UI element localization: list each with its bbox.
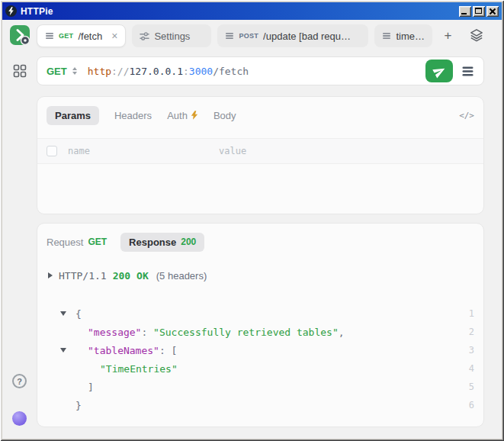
history-drawer-icon[interactable]: [456, 60, 479, 82]
json-string: "Successfully retrieved tables": [153, 327, 339, 338]
app-window: HTTPie ?: [0, 0, 504, 441]
url-host: 127.0.0.1: [130, 66, 183, 77]
json-line: { 1: [37, 304, 483, 323]
method-label: GET: [47, 66, 67, 77]
maximize-button[interactable]: [473, 6, 485, 17]
close-button[interactable]: [486, 6, 499, 17]
tab-close-icon[interactable]: ×: [111, 30, 117, 42]
tab-label: /fetch: [78, 31, 102, 42]
tab-settings[interactable]: Settings: [132, 24, 211, 47]
chevron-up-down-icon: [72, 67, 77, 75]
help-button[interactable]: ?: [12, 374, 27, 388]
url-path: /fetch: [213, 66, 249, 77]
url-port: 3000: [189, 66, 213, 77]
request-stack-icon: [382, 31, 391, 40]
fold-icon[interactable]: [60, 348, 66, 352]
param-value-input[interactable]: [219, 146, 474, 156]
url-colon: :: [183, 66, 189, 77]
tab-params-label: Params: [55, 110, 91, 121]
collapse-arrow-icon: [48, 272, 53, 278]
tab-method-label: POST: [239, 32, 258, 40]
tab-response-label: Response: [129, 237, 176, 248]
line-number: 4: [469, 363, 474, 374]
response-status-line[interactable]: HTTP/1.1 200 OK (5 headers): [37, 266, 483, 285]
param-name-input[interactable]: [68, 146, 219, 156]
tab-request-method: GET: [88, 237, 107, 247]
json-punct: ]: [88, 381, 94, 393]
tab-headers-label: Headers: [114, 110, 152, 121]
request-editor-panel: Params Headers Auth Body </>: [37, 96, 484, 214]
tab-label: time…: [396, 31, 425, 42]
line-number: 3: [469, 345, 474, 356]
line-number: 5: [469, 381, 474, 392]
tab-auth[interactable]: Auth: [167, 110, 198, 121]
json-line: ] 5: [37, 378, 483, 396]
tab-bar: GET /fetch × Settings: [37, 23, 484, 49]
app-content: ? GET /fetch ×: [2, 20, 502, 439]
response-panel-tabs: Request GET Response 200: [37, 224, 483, 254]
request-editor-tabs: Params Headers Auth Body </>: [37, 97, 483, 127]
row-checkbox[interactable]: [47, 146, 57, 156]
maximize-icon: [475, 8, 482, 14]
line-number: 2: [469, 327, 474, 337]
status-code: 200: [113, 270, 130, 282]
param-row: [37, 138, 483, 164]
user-avatar[interactable]: [12, 411, 27, 426]
url-input[interactable]: http://127.0.0.1:3000/fetch: [88, 66, 425, 77]
httpie-window-icon: [5, 5, 17, 17]
url-separator: ://: [111, 66, 129, 77]
window-controls: [459, 6, 499, 17]
request-stack-icon: [225, 31, 234, 40]
dashboard-grid-icon[interactable]: [13, 64, 27, 78]
line-number: 1: [469, 308, 474, 319]
json-key: "message": [88, 327, 141, 338]
paper-plane-icon: [431, 63, 448, 80]
left-rail: ?: [2, 20, 37, 439]
json-line: "message": "Successfully retrieved table…: [37, 323, 483, 341]
tab-response[interactable]: Response 200: [120, 233, 204, 252]
tab-auth-label: Auth: [167, 110, 188, 121]
line-number: 6: [469, 400, 474, 410]
tab-post-update[interactable]: POST /update [bad requ…: [217, 24, 368, 47]
json-line: "TimeEntries" 4: [37, 359, 483, 378]
json-punct: }: [75, 400, 82, 411]
tab-label: Settings: [154, 31, 190, 42]
minimize-icon: [461, 13, 467, 14]
tab-params[interactable]: Params: [47, 106, 99, 125]
tab-response-status: 200: [181, 237, 196, 247]
json-punct: {: [75, 308, 82, 320]
fold-icon[interactable]: [60, 311, 66, 316]
tab-request[interactable]: Request GET: [47, 237, 107, 248]
tab-label: /update [bad requ…: [263, 31, 351, 42]
window-title: HTTPie: [21, 6, 455, 17]
tab-body[interactable]: Body: [213, 110, 236, 121]
send-button[interactable]: [425, 60, 453, 82]
lightning-bolt-icon: [191, 111, 198, 120]
request-url-bar: GET http://127.0.0.1:3000/fetch: [37, 56, 484, 85]
httpie-logo[interactable]: [10, 25, 30, 45]
tab-time[interactable]: time…: [374, 24, 432, 47]
window-titlebar[interactable]: HTTPie: [2, 2, 502, 20]
main-column: GET /fetch × Settings: [37, 20, 502, 439]
tab-headers[interactable]: Headers: [114, 110, 152, 121]
new-tab-button[interactable]: +: [438, 27, 457, 45]
response-body: { 1 "message": "Successfully retrieved t…: [37, 304, 483, 414]
tab-request-label: Request: [47, 237, 83, 248]
layers-icon[interactable]: [469, 28, 484, 43]
tab-method-label: GET: [59, 32, 73, 40]
json-line: } 6: [37, 396, 483, 414]
method-selector[interactable]: GET: [47, 66, 77, 77]
tab-body-label: Body: [213, 110, 236, 121]
status-protocol: HTTP/1.1: [59, 270, 107, 282]
headers-summary: (5 headers): [156, 270, 207, 282]
json-key: "tableNames": [88, 345, 159, 356]
response-panel: Request GET Response 200 HTTP/1.1 200 OK…: [37, 223, 484, 427]
minimize-button[interactable]: [459, 6, 471, 17]
status-reason: OK: [136, 270, 149, 282]
json-line: "tableNames": [ 3: [37, 341, 483, 359]
code-view-toggle[interactable]: </>: [459, 111, 474, 121]
settings-sliders-icon: [140, 31, 149, 41]
request-stack-icon: [45, 31, 54, 40]
json-string: "TimeEntries": [100, 363, 178, 375]
tab-get-fetch[interactable]: GET /fetch ×: [37, 24, 126, 47]
